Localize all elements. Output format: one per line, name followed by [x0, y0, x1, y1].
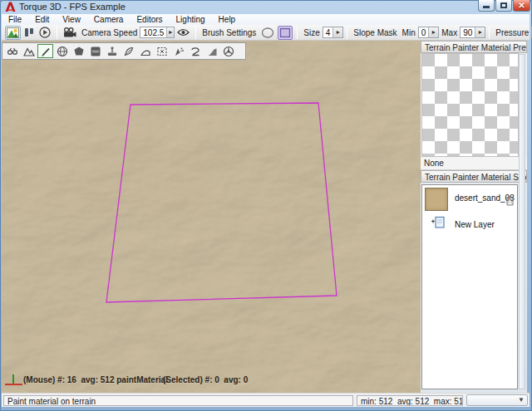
box-brush-button[interactable] — [278, 26, 293, 40]
brush-settings-label: Brush Settings — [202, 28, 256, 37]
menu-editors[interactable]: Editors — [130, 14, 169, 25]
close-button[interactable]: ✕ — [513, 0, 530, 12]
airbrush-tool-icon — [172, 45, 185, 58]
toolbar-separator — [57, 27, 57, 39]
visibility-button[interactable] — [175, 26, 191, 40]
material-selector-header: Terrain Painter Material Selector — [421, 170, 527, 183]
terrain-wheel-tool-button[interactable] — [220, 44, 236, 58]
smooth-tool-icon — [56, 45, 69, 58]
delete-material-icon[interactable] — [505, 195, 515, 206]
slope-min-field[interactable]: 0 ▸ — [418, 27, 440, 38]
flatten-tool-button[interactable] — [104, 44, 120, 58]
toolbar-separator — [489, 27, 490, 39]
slope-max-field[interactable]: 90 ▸ — [460, 27, 485, 38]
app-window: Torque 3D - FPS Example ✕ File Edit View… — [0, 0, 532, 411]
slope-max-value: 90 — [461, 28, 475, 37]
play-circle-icon — [39, 27, 51, 38]
clear-empty-tool-icon — [155, 45, 169, 58]
toolbar-separator — [347, 27, 347, 39]
select-tool-button[interactable] — [4, 44, 20, 58]
menu-view[interactable]: View — [56, 14, 87, 25]
clear-empty-tool-button[interactable] — [154, 44, 170, 58]
terrain-painter-panel: Terrain Painter Material Preview None Te… — [421, 41, 527, 393]
select-tool-icon — [6, 45, 19, 58]
minimize-button[interactable] — [478, 0, 495, 12]
toolbar-separator — [297, 27, 298, 39]
terrain-editor-button[interactable] — [5, 26, 21, 40]
erase-tool-icon — [189, 45, 202, 58]
terrain-wheel-tool-icon — [222, 45, 235, 58]
new-layer-icon — [431, 215, 446, 229]
minimize-icon — [483, 6, 490, 8]
landscape-icon — [7, 27, 19, 38]
set-empty-tool-button[interactable] — [137, 44, 153, 58]
app-logo-icon — [5, 2, 16, 12]
paint-noise-tool-icon — [89, 45, 102, 58]
material-preview-header: Terrain Painter Material Preview — [421, 41, 527, 53]
spinner-arrow-icon[interactable]: ▸ — [166, 27, 174, 37]
paint-material-tool-icon — [39, 45, 52, 58]
status-dropdown[interactable]: ▼ — [466, 394, 528, 406]
new-layer-item[interactable]: New Layer — [422, 212, 517, 238]
title-bar[interactable]: Torque 3D - FPS Example ✕ — [0, 0, 532, 14]
min-label: Min — [402, 28, 416, 37]
slope-min-value: 0 — [419, 28, 429, 37]
material-list-item[interactable]: desert_sand_03 — [422, 185, 517, 212]
material-preview-caption: None — [421, 157, 527, 170]
camcorder-icon — [63, 27, 76, 37]
smooth-tool-button[interactable] — [54, 44, 70, 58]
menu-lighting[interactable]: Lighting — [170, 14, 212, 25]
flatten-tool-icon — [106, 45, 119, 58]
spinner-arrow-icon[interactable]: ▸ — [332, 27, 342, 37]
maximize-button[interactable] — [495, 0, 512, 12]
spinner-arrow-icon[interactable]: ▸ — [475, 27, 485, 37]
spinner-arrow-icon[interactable]: ▸ — [428, 27, 438, 37]
eye-icon — [177, 28, 190, 37]
smooth-slope-tool-icon — [72, 45, 86, 58]
menu-bar: File Edit View Camera Editors Lighting H… — [2, 14, 530, 25]
airbrush-tool-button[interactable] — [170, 44, 186, 58]
play-button[interactable] — [37, 26, 52, 40]
size-field[interactable]: 4 ▸ — [323, 27, 344, 38]
raise-height-tool-icon — [22, 45, 36, 58]
new-layer-label: New Layer — [455, 220, 495, 229]
window-title: Torque 3D - FPS Example — [19, 2, 126, 12]
terrain-viewport[interactable]: (Mouse) #: 16 avg: 512 paintMaterial (Se… — [2, 41, 421, 393]
paint-noise-tool-button[interactable] — [87, 44, 103, 58]
menu-file[interactable]: File — [2, 14, 28, 25]
ramp-tool-icon — [205, 45, 219, 58]
menu-edit[interactable]: Edit — [28, 14, 56, 25]
status-bar: Paint material on terrain min: 512 avg: … — [2, 393, 530, 407]
material-preview-area — [421, 53, 519, 157]
smooth-slope-tool-button[interactable] — [71, 44, 86, 58]
raise-height-tool-button[interactable] — [21, 44, 37, 58]
status-message: Paint material on terrain — [3, 395, 353, 406]
erase-tool-button[interactable] — [187, 44, 203, 58]
size-label: Size — [303, 28, 319, 37]
toolbar-separator — [195, 27, 196, 39]
camera-speed-label: Camera Speed — [81, 28, 137, 37]
camera-speed-field[interactable]: 102.5 ▸ — [140, 27, 175, 38]
material-list: desert_sand_03 New Layer — [421, 184, 518, 389]
brush-selection-outline — [2, 41, 421, 393]
set-height-tool-icon — [122, 45, 135, 58]
ellipse-brush-button[interactable] — [259, 26, 276, 40]
pressure-label: Pressure — [495, 28, 529, 37]
mouse-stats-readout: (Mouse) #: 16 avg: 512 paintMaterial — [23, 375, 168, 384]
material-swatch[interactable] — [425, 188, 448, 211]
ramp-tool-button[interactable] — [204, 44, 219, 58]
paint-material-tool-button[interactable] — [37, 44, 53, 58]
slope-mask-label: Slope Mask — [353, 28, 397, 37]
camera-speed-value: 102.5 — [140, 28, 166, 37]
size-value: 4 — [323, 28, 333, 37]
ellipse-brush-icon — [261, 27, 274, 38]
two-columns-icon — [24, 27, 34, 37]
menu-camera[interactable]: Camera — [87, 14, 131, 25]
menu-help[interactable]: Help — [212, 14, 243, 25]
close-icon: ✕ — [518, 2, 525, 10]
panel-scrollbar[interactable] — [519, 54, 525, 389]
box-brush-icon — [279, 27, 291, 38]
set-height-tool-button[interactable] — [121, 44, 136, 58]
camera-icon — [62, 26, 78, 40]
panels-button[interactable] — [22, 26, 36, 40]
